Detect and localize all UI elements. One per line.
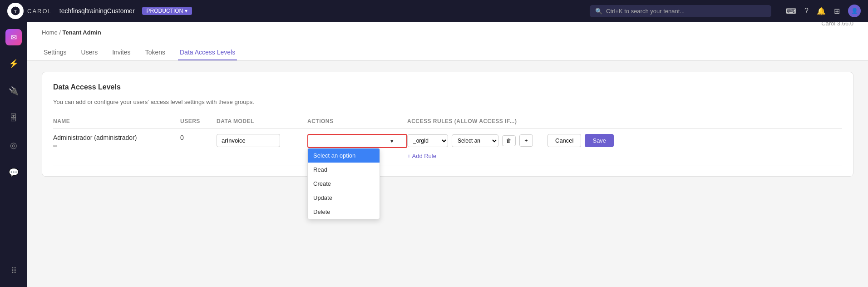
svg-text:T: T [15,10,17,14]
form-action-buttons: Cancel Save [547,134,614,147]
data-model-select-wrapper: arInvoice [217,134,280,147]
add-condition-button[interactable]: ＋ [519,134,533,147]
condition-select[interactable]: Select an [452,134,498,147]
org-id-select[interactable]: _orgId [407,134,448,147]
app-name: CAROL [27,8,52,15]
tabs: Settings Users Invites Tokens Data Acces… [42,45,853,60]
edit-icon[interactable]: ✏ [53,143,180,149]
cancel-button[interactable]: Cancel [547,134,581,147]
breadcrumb-current: Tenant Admin [63,29,101,36]
card-title: Data Access Levels [53,83,842,91]
sidebar-item-chat[interactable]: 💬 [5,163,23,182]
breadcrumb-home[interactable]: Home [42,29,58,36]
top-nav: T CAROL techfinsqltrainingCustomer PRODU… [0,0,868,22]
data-model-select[interactable]: arInvoice [217,134,280,147]
logo-area: T CAROL [7,3,52,19]
sidebar-item-pipeline[interactable]: ⚡ [5,54,23,73]
search-icon: 🔍 [595,8,602,15]
cell-data-model: arInvoice [217,134,307,147]
version-tag: Carol 3.66.0 [821,22,853,27]
nav-icons: ⌨ ? 🔔 ⊞ 👤 [786,5,861,17]
dropdown-item-update[interactable]: Update [308,191,380,205]
delete-rule-button[interactable]: 🗑 [502,135,516,146]
sidebar-item-more[interactable]: ⠿ [5,262,23,280]
help-icon[interactable]: ? [804,7,809,15]
condition-select-wrapper: Select an [452,134,498,147]
sidebar-item-monitor[interactable]: ◎ [5,136,23,154]
search-placeholder: Ctrl+K to search your tenant... [606,8,685,15]
rule-row: _orgId Select an 🗑 ＋ Cance [407,134,842,147]
page-header: Home / Tenant Admin Carol 3.66.0 Setting… [27,22,868,61]
chevron-down-icon: ▾ [185,8,187,14]
table-row: Administrador (administrador) ✏ 0 arInvo… [53,129,842,165]
tab-users[interactable]: Users [79,45,100,60]
env-badge[interactable]: PRODUCTION ▾ [142,7,192,15]
sidebar-item-connector[interactable]: 🔌 [5,82,23,100]
org-id-select-wrapper: _orgId [407,134,448,147]
breadcrumb-separator: / [59,29,61,36]
dropdown-item-read[interactable]: Read [308,163,380,177]
dropdown-item-select-option[interactable]: Select an option [308,148,380,163]
tab-invites[interactable]: Invites [110,45,132,60]
cell-users: 0 [180,134,217,141]
save-button[interactable]: Save [585,134,614,147]
breadcrumb: Home / Tenant Admin [42,29,101,36]
main-content: Home / Tenant Admin Carol 3.66.0 Setting… [27,22,868,287]
tab-settings[interactable]: Settings [42,45,69,60]
col-data-model: Data Model [217,118,307,124]
action-dropdown-menu: Select an option Read Create Update Dele… [307,148,380,219]
col-actions: Actions [307,118,407,124]
col-access-rules: Access Rules (Allow access if...) [407,118,842,124]
row-name: Administrador (administrador) [53,134,180,141]
col-users: Users [180,118,217,124]
content-area: Data Access Levels You can add or config… [27,61,868,188]
cell-access-rules-and-actions: _orgId Select an 🗑 ＋ Cance [407,134,842,159]
dropdown-item-create[interactable]: Create [308,177,380,191]
user-avatar[interactable]: 👤 [848,5,861,17]
data-access-levels-card: Data Access Levels You can add or config… [42,72,853,177]
dropdown-item-delete[interactable]: Delete [308,205,380,219]
layout: ✉ ⚡ 🔌 🗄 ◎ 💬 ⠿ Home / Tenant Admin Carol … [0,22,868,287]
card-description: You can add or configure your users' acc… [53,99,842,105]
action-dropdown-arrow: ▾ [390,138,394,144]
tenant-name: techfinsqltrainingCustomer [59,7,135,15]
table-header: Name Users Data Model Actions Access Rul… [53,114,842,129]
action-select-box[interactable]: ▾ [307,134,407,148]
env-label: PRODUCTION [147,8,183,14]
bell-icon[interactable]: 🔔 [817,7,826,15]
tab-tokens[interactable]: Tokens [143,45,167,60]
add-rule-link[interactable]: + Add Rule [407,153,842,159]
action-dropdown-container: ▾ Select an option Read Create Update De… [307,134,407,148]
search-bar[interactable]: 🔍 Ctrl+K to search your tenant... [590,5,771,17]
tab-data-access-levels[interactable]: Data Access Levels [178,45,237,60]
keyboard-icon[interactable]: ⌨ [786,7,796,15]
totvs-logo: T [7,3,24,19]
cell-name: Administrador (administrador) ✏ [53,134,180,149]
sidebar-item-email[interactable]: ✉ [5,29,22,45]
col-name: Name [53,118,180,124]
sidebar-item-database[interactable]: 🗄 [5,109,23,127]
grid-icon[interactable]: ⊞ [834,7,840,15]
sidebar: ✉ ⚡ 🔌 🗄 ◎ 💬 ⠿ [0,22,27,287]
